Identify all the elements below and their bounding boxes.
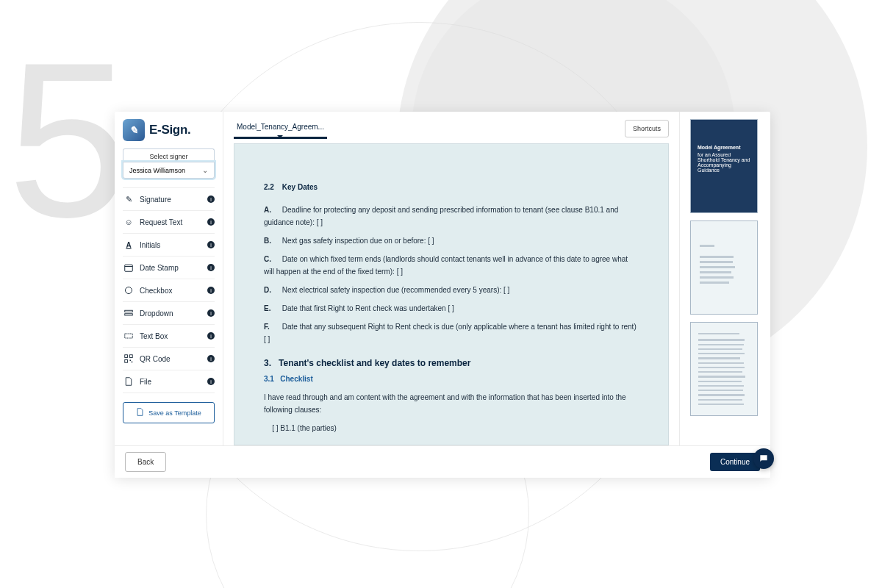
tool-date-stamp[interactable]: Date Stamp i: [123, 257, 215, 279]
section-22-heading: 2.2 Key Dates: [264, 181, 639, 193]
svg-rect-0: [125, 265, 133, 271]
dropdown-icon: [123, 308, 134, 318]
tool-list: ✎ Signature i ☺ Request Text i A Initial…: [123, 187, 215, 393]
shortcuts-button[interactable]: Shortcuts: [625, 120, 669, 137]
checklist-intro: I have read through and am content with …: [264, 391, 639, 416]
textbox-icon: [123, 331, 134, 341]
svg-rect-3: [125, 310, 133, 312]
page-thumbnails: Model Agreement for an Assured Shorthold…: [679, 112, 770, 445]
info-icon[interactable]: i: [207, 378, 215, 385]
key-date-B: B. Next gas safety inspection due on or …: [264, 234, 639, 247]
qr-icon: [123, 354, 134, 364]
tool-request-text[interactable]: ☺ Request Text i: [123, 211, 215, 234]
step-number: 5: [7, 29, 123, 250]
thumbnail-2[interactable]: [690, 220, 758, 315]
checkbox-icon: [123, 285, 134, 295]
info-icon[interactable]: i: [207, 355, 215, 362]
info-icon[interactable]: i: [207, 332, 215, 340]
checklist-item: [ ] B1.1 (the parties): [264, 422, 639, 434]
document-viewport[interactable]: 2.2 Key Dates A. Deadline for protecting…: [223, 139, 679, 445]
logo-icon: ✎: [123, 119, 145, 141]
thumbnail-1[interactable]: Model Agreement for an Assured Shorthold…: [690, 119, 758, 213]
info-icon[interactable]: i: [207, 241, 215, 248]
svg-rect-8: [125, 360, 128, 363]
signer-name: Jessica Williamson: [129, 167, 185, 174]
tool-checkbox[interactable]: Checkbox i: [123, 279, 215, 302]
key-date-E: E. Date that first Right to Rent check w…: [264, 302, 639, 315]
select-signer-label: Select signer: [123, 148, 215, 162]
tool-file[interactable]: File i: [123, 370, 215, 393]
tool-dropdown[interactable]: Dropdown i: [123, 302, 215, 325]
footer: Back Continue: [115, 445, 770, 478]
signer-select[interactable]: Jessica Williamson ⌄: [123, 162, 215, 179]
person-icon: ☺: [123, 217, 134, 227]
back-button[interactable]: Back: [125, 452, 166, 472]
chat-icon[interactable]: [753, 448, 774, 469]
info-icon[interactable]: i: [207, 287, 215, 294]
chevron-down-icon: ⌄: [202, 166, 208, 174]
file-icon: [123, 376, 134, 387]
section-3-heading: 3. Tenant's checklist and key dates to r…: [264, 356, 639, 370]
key-date-C: C. Date on which fixed term ends (landlo…: [264, 253, 639, 278]
info-icon[interactable]: i: [207, 196, 215, 203]
app-window: ✎ E-Sign. Select signer Jessica Williams…: [115, 112, 770, 478]
tool-qr-code[interactable]: QR Code i: [123, 348, 215, 370]
signature-icon: ✎: [123, 194, 134, 204]
info-icon[interactable]: i: [207, 218, 215, 226]
save-as-template-button[interactable]: Save as Template: [123, 402, 215, 423]
section-31-heading: 3.1 Checklist: [264, 373, 639, 385]
logo: ✎ E-Sign.: [123, 119, 215, 141]
key-date-A: A. Deadline for protecting any deposit a…: [264, 204, 639, 229]
center-pane: Model_Tenancy_Agreem... Shortcuts 2.2 Ke…: [223, 112, 679, 445]
svg-rect-10: [132, 362, 133, 363]
tool-text-box[interactable]: Text Box i: [123, 325, 215, 348]
document-tab[interactable]: Model_Tenancy_Agreem...: [234, 118, 327, 139]
initials-icon: A: [123, 240, 134, 250]
svg-rect-9: [130, 360, 132, 362]
sidebar: ✎ E-Sign. Select signer Jessica Williams…: [115, 112, 223, 445]
calendar-icon: [123, 262, 134, 273]
svg-rect-7: [130, 355, 133, 358]
info-icon[interactable]: i: [207, 309, 215, 317]
thumbnail-3[interactable]: [690, 322, 758, 416]
key-date-D: D. Next electrical safety inspection due…: [264, 284, 639, 296]
template-icon: [136, 408, 144, 417]
continue-button[interactable]: Continue: [710, 453, 760, 471]
key-date-F: F. Date that any subsequent Right to Ren…: [264, 320, 639, 345]
tool-signature[interactable]: ✎ Signature i: [123, 187, 215, 211]
svg-rect-6: [125, 355, 128, 358]
svg-rect-4: [125, 314, 133, 315]
document-page[interactable]: 2.2 Key Dates A. Deadline for protecting…: [234, 143, 669, 445]
tool-initials[interactable]: A Initials i: [123, 234, 215, 257]
svg-rect-5: [125, 334, 133, 338]
logo-text: E-Sign.: [149, 123, 190, 137]
info-icon[interactable]: i: [207, 264, 215, 271]
svg-point-2: [126, 287, 132, 294]
